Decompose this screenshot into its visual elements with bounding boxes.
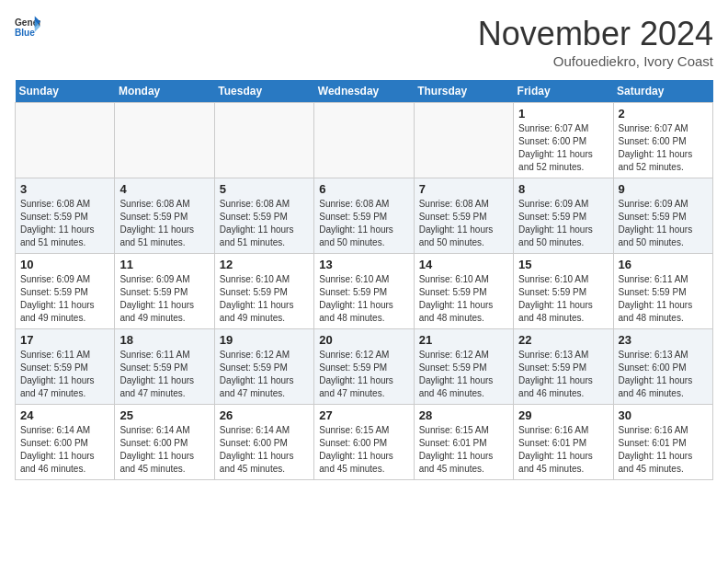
day-info: Sunrise: 6:08 AMSunset: 5:59 PMDaylight:… [319,198,408,249]
day-info: Sunrise: 6:15 AMSunset: 6:00 PMDaylight:… [319,424,408,476]
calendar-cell [214,103,313,178]
calendar-cell [314,103,414,178]
week-row-1: 1Sunrise: 6:07 AMSunset: 6:00 PMDaylight… [16,103,713,178]
calendar-cell: 15Sunrise: 6:10 AMSunset: 5:59 PMDayligh… [514,254,613,329]
calendar-cell [414,103,513,178]
header-sunday: Sunday [16,80,115,103]
day-info: Sunrise: 6:07 AMSunset: 6:00 PMDaylight:… [518,122,608,174]
day-number: 6 [319,182,408,196]
day-info: Sunrise: 6:12 AMSunset: 5:59 PMDaylight:… [220,349,309,400]
header-monday: Monday [115,80,214,103]
day-number: 20 [319,333,408,347]
calendar-cell: 17Sunrise: 6:11 AMSunset: 5:59 PMDayligh… [16,329,115,405]
day-info: Sunrise: 6:12 AMSunset: 5:59 PMDaylight:… [419,349,508,400]
day-number: 16 [619,258,708,271]
day-number: 28 [419,408,508,422]
calendar-cell: 25Sunrise: 6:14 AMSunset: 6:00 PMDayligh… [115,405,214,480]
day-number: 17 [20,333,109,347]
calendar-cell: 8Sunrise: 6:09 AMSunset: 5:59 PMDaylight… [514,178,613,254]
day-info: Sunrise: 6:07 AMSunset: 6:00 PMDaylight:… [619,122,708,174]
calendar-cell: 23Sunrise: 6:13 AMSunset: 6:00 PMDayligh… [613,329,712,405]
week-row-4: 17Sunrise: 6:11 AMSunset: 5:59 PMDayligh… [16,329,713,405]
day-info: Sunrise: 6:08 AMSunset: 5:59 PMDaylight:… [20,198,109,249]
calendar-cell: 30Sunrise: 6:16 AMSunset: 6:01 PMDayligh… [613,405,712,480]
calendar-cell: 26Sunrise: 6:14 AMSunset: 6:00 PMDayligh… [214,405,313,480]
header-thursday: Thursday [414,80,513,103]
day-info: Sunrise: 6:13 AMSunset: 6:00 PMDaylight:… [619,349,708,400]
day-number: 14 [419,258,508,271]
calendar-cell: 9Sunrise: 6:09 AMSunset: 5:59 PMDaylight… [613,178,712,254]
week-row-2: 3Sunrise: 6:08 AMSunset: 5:59 PMDaylight… [16,178,713,254]
calendar-cell: 19Sunrise: 6:12 AMSunset: 5:59 PMDayligh… [214,329,313,405]
calendar-cell: 10Sunrise: 6:09 AMSunset: 5:59 PMDayligh… [16,254,115,329]
day-number: 18 [119,333,209,347]
day-info: Sunrise: 6:11 AMSunset: 5:59 PMDaylight:… [119,349,209,400]
day-number: 12 [220,258,309,271]
day-number: 8 [518,182,608,196]
day-number: 13 [319,258,408,271]
day-info: Sunrise: 6:09 AMSunset: 5:59 PMDaylight:… [518,198,608,249]
calendar-cell: 29Sunrise: 6:16 AMSunset: 6:01 PMDayligh… [514,405,613,480]
day-number: 23 [619,333,708,347]
calendar-cell: 6Sunrise: 6:08 AMSunset: 5:59 PMDaylight… [314,178,414,254]
calendar-cell: 27Sunrise: 6:15 AMSunset: 6:00 PMDayligh… [314,405,414,480]
day-number: 4 [119,182,209,196]
day-info: Sunrise: 6:16 AMSunset: 6:01 PMDaylight:… [518,424,608,476]
day-number: 27 [319,408,408,422]
day-info: Sunrise: 6:12 AMSunset: 5:59 PMDaylight:… [319,349,408,400]
title-block: November 2024 Oufouediekro, Ivory Coast [478,15,713,69]
week-row-3: 10Sunrise: 6:09 AMSunset: 5:59 PMDayligh… [16,254,713,329]
calendar-cell: 12Sunrise: 6:10 AMSunset: 5:59 PMDayligh… [214,254,313,329]
day-number: 5 [220,182,309,196]
calendar-cell: 14Sunrise: 6:10 AMSunset: 5:59 PMDayligh… [414,254,513,329]
week-row-5: 24Sunrise: 6:14 AMSunset: 6:00 PMDayligh… [16,405,713,480]
day-info: Sunrise: 6:14 AMSunset: 6:00 PMDaylight:… [220,424,309,476]
header-wednesday: Wednesday [314,80,414,103]
calendar-cell: 28Sunrise: 6:15 AMSunset: 6:01 PMDayligh… [414,405,513,480]
calendar-cell: 13Sunrise: 6:10 AMSunset: 5:59 PMDayligh… [314,254,414,329]
svg-text:Blue: Blue [15,28,35,38]
calendar-cell: 5Sunrise: 6:08 AMSunset: 5:59 PMDaylight… [214,178,313,254]
calendar-cell: 7Sunrise: 6:08 AMSunset: 5:59 PMDaylight… [414,178,513,254]
calendar-table: SundayMondayTuesdayWednesdayThursdayFrid… [15,80,713,480]
calendar-cell: 1Sunrise: 6:07 AMSunset: 6:00 PMDaylight… [514,103,613,178]
day-number: 29 [518,408,608,422]
day-info: Sunrise: 6:08 AMSunset: 5:59 PMDaylight:… [119,198,209,249]
header-friday: Friday [514,80,613,103]
day-number: 9 [619,182,708,196]
calendar-cell: 24Sunrise: 6:14 AMSunset: 6:00 PMDayligh… [16,405,115,480]
calendar-cell: 22Sunrise: 6:13 AMSunset: 5:59 PMDayligh… [514,329,613,405]
day-number: 19 [220,333,309,347]
calendar-cell: 20Sunrise: 6:12 AMSunset: 5:59 PMDayligh… [314,329,414,405]
day-info: Sunrise: 6:13 AMSunset: 5:59 PMDaylight:… [518,349,608,400]
calendar-cell [16,103,115,178]
day-info: Sunrise: 6:10 AMSunset: 5:59 PMDaylight:… [319,273,408,325]
day-info: Sunrise: 6:14 AMSunset: 6:00 PMDaylight:… [119,424,209,476]
header-saturday: Saturday [613,80,712,103]
day-info: Sunrise: 6:08 AMSunset: 5:59 PMDaylight:… [419,198,508,249]
calendar-cell [115,103,214,178]
day-number: 26 [220,408,309,422]
day-number: 10 [20,258,109,271]
calendar-cell: 21Sunrise: 6:12 AMSunset: 5:59 PMDayligh… [414,329,513,405]
page-header: General Blue November 2024 Oufouediekro,… [15,15,713,69]
day-info: Sunrise: 6:08 AMSunset: 5:59 PMDaylight:… [220,198,309,249]
day-info: Sunrise: 6:15 AMSunset: 6:01 PMDaylight:… [419,424,508,476]
day-number: 2 [619,107,708,121]
calendar-cell: 3Sunrise: 6:08 AMSunset: 5:59 PMDaylight… [16,178,115,254]
day-info: Sunrise: 6:14 AMSunset: 6:00 PMDaylight:… [20,424,109,476]
calendar-header-row: SundayMondayTuesdayWednesdayThursdayFrid… [16,80,713,103]
location: Oufouediekro, Ivory Coast [478,53,713,69]
day-number: 7 [419,182,508,196]
logo: General Blue [15,15,40,40]
calendar-cell: 11Sunrise: 6:09 AMSunset: 5:59 PMDayligh… [115,254,214,329]
day-info: Sunrise: 6:11 AMSunset: 5:59 PMDaylight:… [619,273,708,325]
day-info: Sunrise: 6:09 AMSunset: 5:59 PMDaylight:… [119,273,209,325]
day-number: 25 [119,408,209,422]
day-info: Sunrise: 6:11 AMSunset: 5:59 PMDaylight:… [20,349,109,400]
calendar-cell: 18Sunrise: 6:11 AMSunset: 5:59 PMDayligh… [115,329,214,405]
day-number: 11 [119,258,209,271]
day-info: Sunrise: 6:09 AMSunset: 5:59 PMDaylight:… [20,273,109,325]
day-info: Sunrise: 6:10 AMSunset: 5:59 PMDaylight:… [419,273,508,325]
day-number: 30 [619,408,708,422]
